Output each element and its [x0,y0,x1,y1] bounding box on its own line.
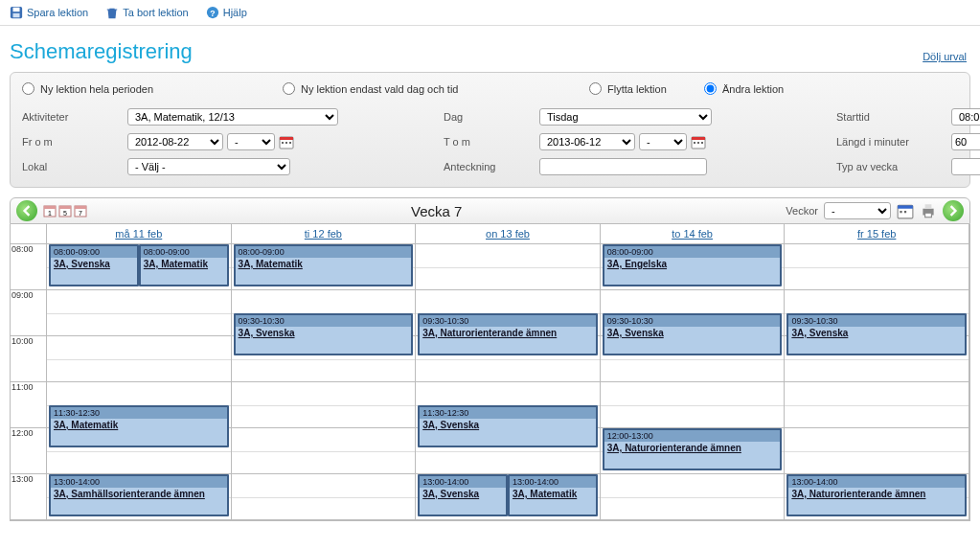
svg-text:7: 7 [79,210,82,217]
save-button[interactable]: Spara lektion [10,6,88,19]
print-icon[interactable] [920,202,937,219]
slot[interactable] [785,382,969,428]
day-header-tue[interactable]: ti 12 feb [232,224,417,244]
slot[interactable] [785,244,969,290]
from-label: Fr o m [22,136,127,148]
range-3-icon[interactable]: 7 [74,204,87,217]
radio-new-period[interactable]: Ny lektion hela perioden [22,82,273,95]
top-toolbar: Spara lektion Ta bort lektion ? Hjälp [0,0,980,26]
time-cell: 08:00 [11,244,47,290]
lokal-select[interactable]: - Välj - [127,158,290,175]
tom-label: T o m [444,136,539,148]
slot[interactable]: 13:00-14:003A, Svenska 13:00-14:003A, Ma… [416,474,601,520]
event[interactable]: 09:30-10:303A, Naturorienterande ämnen [418,313,598,355]
event[interactable]: 08:00-09:003A, Svenska [49,244,139,286]
slot[interactable]: 09:30-10:303A, Svenska [232,290,417,336]
event[interactable]: 09:30-10:303A, Svenska [234,313,414,355]
svg-rect-25 [898,205,913,208]
range-1-icon[interactable]: 1 [43,204,57,217]
tom-date-select[interactable]: 2013-06-12 [539,133,635,150]
slot[interactable] [416,244,601,290]
day-header-fri[interactable]: fr 15 feb [785,224,969,244]
day-header-wed[interactable]: on 13 feb [416,224,601,244]
event[interactable]: 11:30-12:303A, Svenska [418,405,598,447]
time-cell: 10:00 [11,336,47,382]
event[interactable]: 08:00-09:003A, Matematik [234,244,414,286]
page-title: Schemaregistrering [0,26,980,68]
slot[interactable]: 13:00-14:003A, Naturorienterande ämnen [785,474,969,520]
veckor-select[interactable]: - [824,202,891,219]
svg-text:5: 5 [63,210,67,217]
day-header-mon[interactable]: må 11 feb [47,224,232,244]
event[interactable]: 09:30-10:303A, Svenska [603,313,783,355]
slot[interactable] [47,290,232,336]
delete-button[interactable]: Ta bort lektion [105,6,188,19]
slot[interactable]: 08:00-09:003A, Matematik [232,244,417,290]
event[interactable]: 13:00-14:003A, Samhällsorienterande ämne… [49,474,229,516]
week-title: Vecka 7 [87,203,786,219]
slot[interactable] [232,428,417,474]
slot[interactable]: 09:30-10:303A, Svenska [785,290,969,336]
calendar-icon[interactable] [691,134,706,149]
slot[interactable]: 08:00-09:003A, Svenska 08:00-09:003A, Ma… [47,244,232,290]
slot[interactable]: 13:00-14:003A, Samhällsorienterande ämne… [47,474,232,520]
radio-move[interactable]: Flytta lektion [589,82,695,95]
slot[interactable] [601,474,786,520]
prev-week-button[interactable] [16,200,37,221]
hide-filter-link[interactable]: Dölj urval [923,51,967,62]
from-sub-select[interactable]: - [227,133,275,150]
svg-rect-11 [692,137,705,140]
slot[interactable] [785,428,969,474]
event[interactable]: 13:00-14:003A, Matematik [508,474,598,516]
delete-label: Ta bort lektion [123,7,188,18]
next-week-button[interactable] [943,200,964,221]
slot[interactable]: 11:30-12:303A, Svenska [416,382,601,428]
slot[interactable]: 09:30-10:303A, Svenska [601,290,786,336]
calendar-icon[interactable] [279,134,294,149]
trash-icon [105,6,119,19]
svg-rect-13 [697,142,699,144]
day-header-thu[interactable]: to 14 feb [601,224,786,244]
slot[interactable] [601,382,786,428]
event[interactable]: 09:30-10:303A, Svenska [786,313,967,355]
slot[interactable] [47,336,232,382]
slot[interactable] [232,474,417,520]
slot[interactable]: 12:00-13:003A, Naturorienterande ämnen [601,428,786,474]
event[interactable]: 13:00-14:003A, Naturorienterande ämnen [786,474,967,516]
svg-rect-9 [289,142,291,144]
starttid-label: Starttid [836,111,951,123]
langd-label: Längd i minuter [836,136,951,148]
radio-new-selected[interactable]: Ny lektion endast vald dag och tid [283,82,580,95]
langd-input[interactable] [951,133,980,150]
save-label: Spara lektion [27,7,88,18]
slot[interactable]: 08:00-09:003A, Engelska [601,244,786,290]
radio-edit[interactable]: Ändra lektion [704,82,784,95]
slot[interactable]: 11:30-12:303A, Matematik [47,382,232,428]
from-date-select[interactable]: 2012-08-22 [127,133,223,150]
anteckning-input[interactable] [539,158,707,175]
svg-rect-27 [904,211,906,213]
aktiviteter-select[interactable]: 3A, Matematik, 12/13 [127,108,338,126]
starttid-select[interactable]: 08:00 [951,108,980,126]
svg-rect-2 [13,13,20,17]
slot[interactable]: 09:30-10:303A, Naturorienterande ämnen [416,290,601,336]
slot[interactable] [232,382,417,428]
svg-rect-29 [925,204,932,209]
calendar-icon[interactable] [897,202,914,219]
dag-select[interactable]: Tisdag [539,108,712,126]
range-2-icon[interactable]: 5 [58,204,72,217]
event[interactable]: 12:00-13:003A, Naturorienterande ämnen [603,428,783,470]
tom-sub-select[interactable]: - [639,133,687,150]
typ-select[interactable] [951,158,980,175]
view-range-buttons: 1 5 7 [43,204,87,217]
event[interactable]: 08:00-09:003A, Matematik [139,244,229,286]
event[interactable]: 13:00-14:003A, Svenska [418,474,508,516]
help-button[interactable]: ? Hjälp [206,6,247,19]
svg-rect-7 [282,142,284,144]
veckor-label: Veckor [786,205,818,217]
svg-rect-8 [285,142,287,144]
svg-text:?: ? [210,9,215,18]
event[interactable]: 11:30-12:303A, Matematik [49,405,229,447]
week-bar: 1 5 7 Vecka 7 Veckor - [10,197,970,224]
event[interactable]: 08:00-09:003A, Engelska [603,244,783,286]
